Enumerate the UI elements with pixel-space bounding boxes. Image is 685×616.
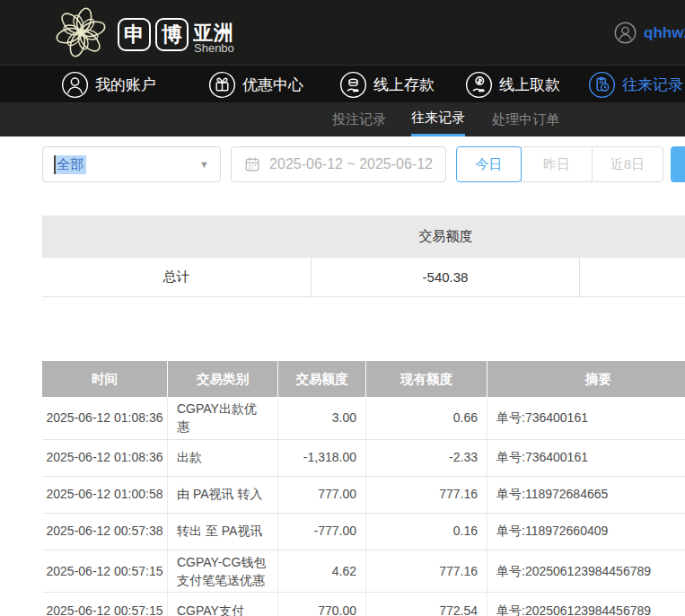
nav-item-label: 我的账户 <box>95 75 156 95</box>
cell-summary: 单号:202506123984456789 <box>487 593 685 616</box>
table-row: 2025-06-12 00:57:15 CGPAY-CG钱包支付笔笔送优惠 4.… <box>42 550 685 594</box>
cell-summary: 单号:202506123984456789 <box>487 550 685 593</box>
user-avatar-icon <box>614 22 637 44</box>
tab-processing-orders[interactable]: 处理中订单 <box>492 102 559 136</box>
cell-summary: 单号:118972684665 <box>487 477 685 513</box>
records-clipboard-icon <box>588 71 616 99</box>
nav-item-label: 线上存款 <box>373 75 435 95</box>
summary-total-label: 总计 <box>42 258 312 296</box>
transactions-table: 时间 交易类别 交易额度 现有额度 摘要 2025-06-12 01:08:36… <box>42 361 685 616</box>
cell-balance: 0.66 <box>366 397 487 439</box>
cell-amount: 3.00 <box>278 397 366 439</box>
cell-time: 2025-06-12 00:57:38 <box>42 514 168 550</box>
tab-transaction-records[interactable]: 往来记录 <box>411 102 465 136</box>
summary-table: 交易额度 总计 -540.38 <box>42 216 685 297</box>
deposit-hand-coins-icon <box>339 71 367 99</box>
logo-char-shen: 申 <box>118 18 151 51</box>
cell-balance: 772.54 <box>366 593 487 616</box>
column-header-time: 时间 <box>42 361 168 397</box>
cell-amount: -1,318.00 <box>278 440 366 476</box>
cell-time: 2025-06-12 00:57:15 <box>42 593 168 616</box>
cell-summary: 单号:736400161 <box>487 397 685 439</box>
records-tab-bar: 投注记录 往来记录 处理中订单 <box>0 102 685 136</box>
chevron-down-icon: ▼ <box>199 159 209 170</box>
cell-summary: 单号:736400161 <box>487 440 685 476</box>
user-account-area[interactable]: qhhw2 <box>614 22 685 44</box>
column-header-amount: 交易额度 <box>278 361 366 397</box>
table-row: 2025-06-12 01:00:58 由 PA视讯 转入 777.00 777… <box>42 477 685 514</box>
nav-item-transaction-records[interactable]: 往来记录 <box>588 66 683 103</box>
nav-item-withdraw[interactable]: 线上取款 <box>465 66 560 103</box>
flower-logo-icon <box>51 3 110 62</box>
date-range-text: 2025-06-12 ~ 2025-06-12 <box>269 156 433 172</box>
withdraw-hand-coin-icon <box>465 71 493 99</box>
cell-time: 2025-06-12 00:57:15 <box>42 550 168 593</box>
cell-amount: -777.00 <box>278 514 366 550</box>
yesterday-button[interactable]: 昨日 <box>521 146 593 182</box>
column-header-balance: 现有额度 <box>366 361 487 397</box>
quick-date-buttons: 今日 昨日 近8日 <box>456 146 663 182</box>
cell-type: 转出 至 PA视讯 <box>168 514 278 550</box>
cell-time: 2025-06-12 01:00:58 <box>42 477 168 513</box>
logo-char-bo: 博 <box>155 18 189 51</box>
cell-amount: 777.00 <box>278 477 366 513</box>
selected-type-text: 全部 <box>54 155 86 174</box>
cell-balance: 0.16 <box>366 514 487 550</box>
date-range-input[interactable]: 2025-06-12 ~ 2025-06-12 <box>231 146 446 182</box>
calendar-icon <box>244 155 260 173</box>
summary-total-row: 总计 -540.38 <box>42 258 685 297</box>
column-header-type: 交易类别 <box>168 361 278 397</box>
tab-label: 往来记录 <box>411 110 465 127</box>
tab-betting-records[interactable]: 投注记录 <box>332 102 386 136</box>
table-row: 2025-06-12 00:57:15 CGPAY支付 770.00 772.5… <box>42 593 685 616</box>
cell-balance: 777.16 <box>366 550 487 593</box>
nav-item-deposit[interactable]: 线上存款 <box>339 66 435 103</box>
cell-summary: 单号:118972660409 <box>487 514 685 550</box>
transaction-type-select[interactable]: 全部 ▼ <box>42 146 221 182</box>
table-row: 2025-06-12 01:08:36 CGPAY出款优惠 3.00 0.66 … <box>42 397 685 440</box>
column-header-summary: 摘要 <box>487 361 685 397</box>
table-row: 2025-06-12 00:57:38 转出 至 PA视讯 -777.00 0.… <box>42 514 685 550</box>
logo-subtitle: Shenbo <box>194 41 234 55</box>
today-button[interactable]: 今日 <box>456 146 522 182</box>
nav-item-label: 往来记录 <box>622 75 683 95</box>
tab-label: 处理中订单 <box>492 111 559 128</box>
cell-type: CGPAY出款优惠 <box>168 397 278 439</box>
transactions-table-header: 时间 交易类别 交易额度 现有额度 摘要 <box>42 361 685 397</box>
cell-time: 2025-06-12 01:08:36 <box>42 397 168 439</box>
cell-amount: 4.62 <box>278 550 366 593</box>
nav-item-label: 优惠中心 <box>242 75 303 95</box>
cell-balance: 777.16 <box>366 477 487 513</box>
last-8-days-button[interactable]: 近8日 <box>592 146 663 182</box>
username-text[interactable]: qhhw2 <box>644 24 685 42</box>
table-row: 2025-06-12 01:08:36 出款 -1,318.00 -2.33 单… <box>42 440 685 477</box>
summary-table-header: 交易额度 <box>42 216 685 258</box>
summary-header-amount: 交易额度 <box>312 228 580 245</box>
cell-time: 2025-06-12 01:08:36 <box>42 440 168 476</box>
nav-item-promotions[interactable]: 优惠中心 <box>208 66 303 103</box>
cell-type: 由 PA视讯 转入 <box>168 477 278 513</box>
cell-type: CGPAY支付 <box>168 593 278 616</box>
top-header: 申 博 亚洲 Shenbo qhhw2 <box>0 0 685 65</box>
user-icon <box>61 71 89 99</box>
brand-logo[interactable]: 申 博 亚洲 Shenbo <box>0 0 269 65</box>
main-navigation: 我的账户 优惠中心 线上存款 线上取款 <box>0 65 685 102</box>
nav-item-label: 线上取款 <box>499 75 560 95</box>
summary-total-value: -540.38 <box>312 258 580 296</box>
cell-type: CGPAY-CG钱包支付笔笔送优惠 <box>168 550 278 593</box>
cell-amount: 770.00 <box>278 593 366 616</box>
cell-balance: -2.33 <box>366 440 487 476</box>
gift-icon <box>208 71 236 99</box>
tab-label: 投注记录 <box>332 111 386 128</box>
cell-type: 出款 <box>168 440 278 476</box>
search-button[interactable] <box>671 146 685 182</box>
summary-empty-cell <box>580 258 685 296</box>
nav-item-my-account[interactable]: 我的账户 <box>61 66 156 103</box>
